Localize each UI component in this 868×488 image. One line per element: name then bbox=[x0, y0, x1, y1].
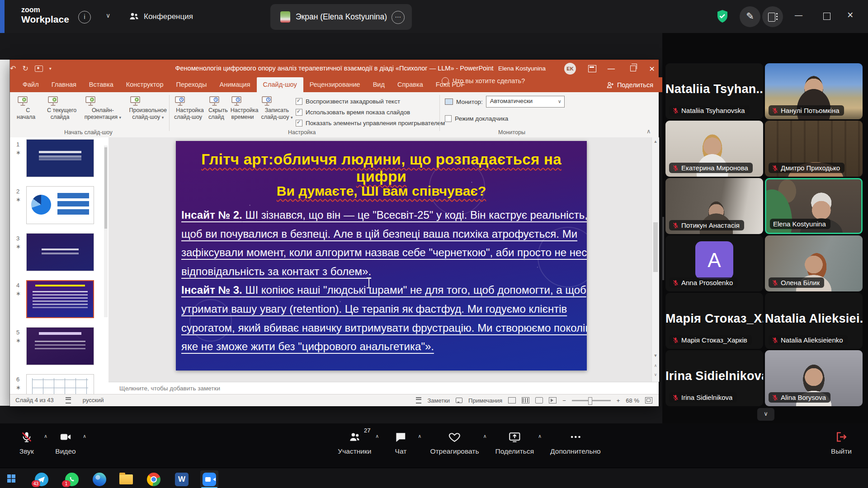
presenter-mode-checkbox[interactable]: Режим докладчика bbox=[445, 113, 565, 124]
control-button[interactable]: ∧ 27 Участники bbox=[338, 423, 371, 455]
ribbon-tab[interactable]: Слайд-шоу bbox=[257, 77, 303, 92]
spellcheck-icon[interactable] bbox=[66, 397, 71, 404]
ribbon-button[interactable]: Записать слайд-шоу ▾ bbox=[259, 94, 294, 122]
zoom-in-icon[interactable]: + bbox=[617, 397, 620, 404]
maximize-icon[interactable] bbox=[823, 13, 830, 20]
control-button[interactable]: ∧ Отреагировать bbox=[430, 423, 479, 455]
ribbon-checkbox[interactable]: Показать элементы управления проигрывате… bbox=[296, 117, 445, 128]
participant-tile[interactable]: Дмитро Приходько bbox=[765, 121, 863, 177]
ppt-share-button[interactable]: Поделиться bbox=[607, 77, 653, 92]
quick-access-toolbar[interactable]: ↶ ↻ ▾ bbox=[10, 60, 659, 77]
minimize-icon[interactable]: — bbox=[795, 11, 802, 20]
ribbon-button[interactable]: Онлайн- презентация ▾ bbox=[83, 94, 123, 122]
tab-conference[interactable]: Конференция bbox=[144, 12, 193, 21]
ribbon-button[interactable]: Настройка времени ▾ bbox=[229, 94, 260, 122]
slide-thumbnail[interactable]: 1 ∗ bbox=[10, 137, 108, 184]
control-button[interactable]: ∧ Дополнительно bbox=[550, 423, 601, 455]
zoom-app-icon[interactable] bbox=[200, 470, 218, 488]
ribbon-button[interactable]: С начала ▾ bbox=[15, 94, 40, 122]
ribbon-tab[interactable]: Переходы bbox=[170, 77, 213, 92]
slide-preview[interactable] bbox=[26, 186, 94, 224]
encryption-shield-icon[interactable] bbox=[716, 9, 729, 23]
ppt-minimize-icon[interactable]: — bbox=[608, 60, 615, 77]
tab-options-icon[interactable]: ⋯ bbox=[392, 11, 405, 24]
record-icon[interactable] bbox=[35, 66, 43, 72]
participant-tile[interactable]: Нанулі Потьомкіна bbox=[765, 63, 863, 119]
participant-tile[interactable]: Екатерина Миронова bbox=[665, 121, 763, 177]
control-button[interactable]: ∧ Видео bbox=[52, 423, 79, 455]
ribbon-tab[interactable]: Анимация bbox=[213, 77, 256, 92]
fit-to-window-icon[interactable] bbox=[645, 397, 652, 404]
tab-screen-share[interactable]: Экран (Elena Kostyunina) ⋯ bbox=[270, 4, 412, 30]
edge-icon[interactable] bbox=[90, 470, 108, 488]
collapse-panel-button[interactable]: ∨ bbox=[757, 408, 774, 421]
leave-button[interactable]: Выйти bbox=[828, 423, 854, 455]
participant-tile[interactable]: Alina Borysova bbox=[765, 350, 863, 406]
whatsapp-icon[interactable]: 1 bbox=[63, 470, 81, 488]
file-explorer-icon[interactable] bbox=[117, 470, 135, 488]
undo-icon[interactable]: ↶ bbox=[10, 64, 16, 73]
chrome-icon[interactable] bbox=[145, 470, 163, 488]
ribbon-tab[interactable]: Вид bbox=[367, 77, 391, 92]
ribbon-tab[interactable]: Справка bbox=[391, 77, 429, 92]
slide-preview[interactable] bbox=[26, 374, 94, 394]
annotate-pen-icon[interactable]: ✎ bbox=[740, 6, 760, 27]
ribbon-button[interactable]: Настройка слайд-шоу ▾ bbox=[173, 94, 207, 122]
ribbon-checkbox[interactable]: Использовать время показа слайдов bbox=[296, 107, 445, 117]
participant-tile[interactable]: Олена Білик bbox=[765, 235, 863, 291]
ribbon-button[interactable]: Скрыть слайд ▾ bbox=[207, 94, 229, 122]
redo-icon[interactable]: ↻ bbox=[22, 64, 28, 73]
participant-tile[interactable]: Марія Стоказ_Х... Марія Стоказ_Харків bbox=[665, 293, 763, 349]
slide-preview[interactable] bbox=[26, 139, 94, 177]
slideshow-view-icon[interactable] bbox=[549, 397, 557, 404]
slide-thumbnail[interactable]: 4 ∗ bbox=[10, 278, 108, 325]
slide-thumbnail[interactable]: 6 ∗ bbox=[10, 372, 108, 394]
control-button[interactable]: ∧ Поделиться bbox=[495, 423, 534, 455]
language-indicator[interactable]: русский bbox=[83, 397, 104, 404]
control-button[interactable]: ∧ Чат bbox=[387, 423, 414, 455]
ribbon-button[interactable]: Произвольное слайд-шоу ▾ bbox=[128, 94, 168, 122]
participant-tile[interactable]: Natalia Alieksiei... Natalia Alieksieien… bbox=[765, 293, 863, 349]
ppt-restore-icon[interactable] bbox=[630, 66, 636, 71]
ribbon-tab[interactable]: Файл bbox=[16, 77, 45, 92]
ribbon-tab[interactable]: Рецензирование bbox=[303, 77, 367, 92]
collapse-ribbon-icon[interactable]: ∧ bbox=[646, 128, 651, 135]
scrollbar-thumb[interactable] bbox=[653, 222, 658, 272]
customize-qat-icon[interactable]: ▾ bbox=[49, 66, 52, 71]
start-button[interactable] bbox=[7, 474, 15, 483]
participant-tile[interactable]: Nataliia Tsyhan... Nataliia Tsyhanovska bbox=[665, 63, 763, 119]
zoom-slider[interactable] bbox=[572, 400, 611, 401]
slide-thumbnail[interactable]: 3 ∗ bbox=[10, 231, 108, 278]
slide-preview[interactable] bbox=[26, 233, 94, 271]
slide-thumbnail[interactable]: 5 ∗ bbox=[10, 325, 108, 372]
ribbon-button[interactable]: С текущего слайда ▾ bbox=[46, 94, 78, 122]
close-icon[interactable]: × bbox=[847, 9, 853, 21]
control-button[interactable]: ∧ Звук bbox=[14, 423, 40, 455]
notes-toggle[interactable]: Заметки bbox=[427, 397, 450, 404]
normal-view-icon[interactable] bbox=[508, 397, 516, 404]
participant-tile[interactable]: Elena Kostyunina bbox=[765, 178, 863, 234]
ribbon-tab[interactable]: Конструктор bbox=[120, 77, 170, 92]
telegram-icon[interactable]: 43 bbox=[33, 470, 51, 488]
participant-tile[interactable]: Irina Sidielnikova Irina Sidielnikova bbox=[665, 350, 763, 406]
slide-thumbnail[interactable]: 2 ∗ bbox=[10, 184, 108, 231]
ribbon-display-options-icon[interactable] bbox=[588, 65, 596, 72]
ribbon-tab[interactable]: Вставка bbox=[83, 77, 120, 92]
slide-preview[interactable] bbox=[26, 327, 94, 365]
slide-sorter-view-icon[interactable] bbox=[522, 397, 529, 404]
zoom-out-icon[interactable]: − bbox=[562, 397, 566, 404]
notes-pane[interactable]: Щелкните, чтобы добавить заметки bbox=[108, 382, 659, 394]
ribbon-checkbox[interactable]: Воспроизвести закадровый текст bbox=[296, 96, 445, 107]
thumbnail-scrollbar[interactable] bbox=[104, 145, 108, 317]
slide-preview[interactable] bbox=[26, 280, 94, 318]
account-avatar[interactable]: EK bbox=[564, 63, 576, 75]
participant-tile[interactable]: Потикун Анастасія bbox=[665, 178, 763, 234]
tell-me-search[interactable]: Что вы хотите сделать? bbox=[437, 77, 529, 84]
comments-toggle[interactable]: Примечания bbox=[468, 397, 502, 404]
meeting-info-icon[interactable]: i bbox=[78, 11, 91, 23]
chevron-down-icon[interactable]: ∨ bbox=[106, 12, 110, 19]
view-layout-icon[interactable] bbox=[762, 6, 783, 27]
monitor-select[interactable]: Автоматически ∨ bbox=[486, 96, 565, 108]
zoom-level[interactable]: 68 % bbox=[626, 397, 639, 404]
participant-tile[interactable]: A Anna Prosolenko bbox=[665, 235, 763, 291]
